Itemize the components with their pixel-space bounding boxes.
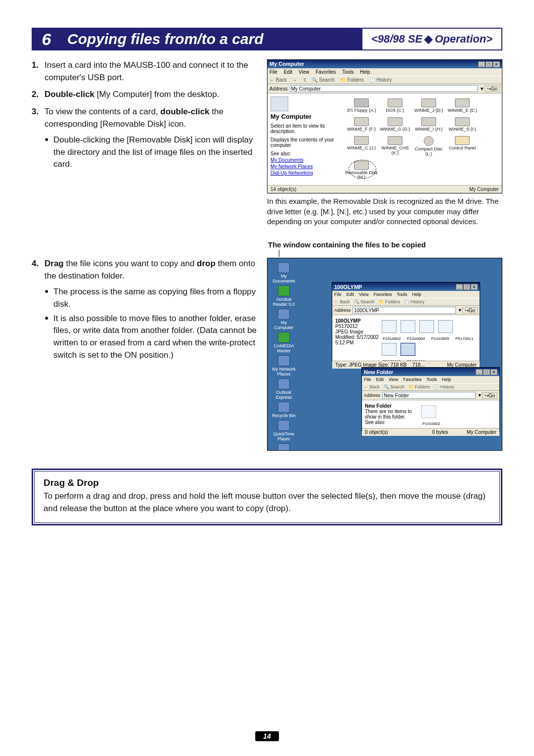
sw2-titlebar[interactable]: New Folder _□×	[362, 368, 499, 376]
file-thumb[interactable]	[400, 320, 415, 333]
go-button[interactable]: ↪Go	[462, 307, 478, 314]
dropdown-icon[interactable]: ▼	[478, 393, 482, 398]
file-thumb[interactable]	[438, 320, 453, 333]
window-toolbar: ← Back → ⇧ 🔍 Search 📁 Folders 🕘 History	[267, 76, 502, 84]
desk-icon[interactable]: Acrobat Reader 5.0	[271, 285, 296, 307]
sw2-drop-area[interactable]: P1010002	[419, 403, 496, 425]
step-4-col: 4. Drag the file icons you want to copy …	[32, 258, 267, 363]
sidebar-desc-2: Displays the contents of your computer	[270, 137, 345, 148]
destination-folder-window[interactable]: New Folder _□× FileEditViewFavoritesTool…	[361, 367, 500, 431]
minimize-button[interactable]: _	[456, 284, 463, 290]
close-button[interactable]: ×	[493, 61, 500, 67]
step-3a: To view the contents of a card,	[44, 107, 160, 116]
menu-edit[interactable]: Edit	[284, 69, 292, 75]
bullet-dot-icon: ●	[44, 134, 53, 171]
sw2-address-input[interactable]	[382, 392, 476, 399]
sw1-menubar: FileEditViewFavoritesToolsHelp	[332, 291, 480, 298]
close-button[interactable]: ×	[471, 284, 478, 290]
drive-c[interactable]: DOS (C:)	[378, 98, 412, 113]
control-panel[interactable]: Control Panel	[445, 136, 479, 157]
caption-window-files: The window containing the files to be co…	[268, 240, 502, 249]
drive-k[interactable]: WINME_CHS (K:)	[378, 136, 412, 157]
toolbar-up[interactable]: ⇧	[303, 77, 307, 83]
address-dropdown-icon[interactable]: ▼	[480, 86, 485, 92]
drive-f[interactable]: WINME_F (F:)	[345, 117, 378, 132]
drive-cd-l[interactable]: Compact Disc (L:)	[412, 136, 445, 157]
toolbar-back[interactable]: ← Back	[269, 77, 287, 83]
menu-tools[interactable]: Tools	[342, 69, 354, 75]
sw1-address: Address ▼ ↪Go	[332, 306, 480, 315]
desk-icon[interactable]: My Network Places	[271, 355, 296, 377]
drive-h[interactable]: WINME_I (H:)	[412, 117, 445, 132]
step-1: 1. Insert a card into the MAUSB-100 and …	[32, 59, 259, 84]
close-button[interactable]: ×	[490, 369, 497, 375]
mycomputer-window: My Computer _□× File Edit View Favorites…	[267, 59, 502, 193]
sidebar-heading: My Computer	[270, 113, 345, 120]
minimize-button[interactable]: _	[476, 369, 483, 375]
status-location: My Computer	[385, 187, 499, 192]
link-mynetworkplaces[interactable]: My Network Places	[270, 164, 345, 169]
step-3-bullet: ● Double-clicking the [Removable Disk] i…	[44, 134, 259, 171]
sw2-toolbar: ← Back🔍 Search📁 Folders🕘 History	[362, 383, 499, 391]
step-3: 3. To view the contents of a card, doubl…	[32, 106, 259, 130]
drive-d[interactable]: WINME_J (D:)	[412, 98, 445, 113]
source-folder-window[interactable]: 100OLYMP _□× FileEditViewFavoritesToolsH…	[332, 282, 480, 361]
maximize-button[interactable]: □	[463, 284, 470, 290]
drive-i[interactable]: WINME_S (I:)	[445, 117, 479, 132]
desk-icon[interactable]: My Documents	[271, 262, 296, 284]
address-input[interactable]	[290, 85, 478, 92]
step-4: 4. Drag the file icons you want to copy …	[32, 258, 259, 282]
minimize-button[interactable]: _	[478, 61, 485, 67]
drive-j[interactable]: WINME_C (J:)	[345, 136, 378, 157]
link-dialup[interactable]: Dial-Up Networking	[270, 170, 345, 176]
desk-icon[interactable]: Recycle Bin	[271, 402, 296, 418]
window-titlebar[interactable]: My Computer _□×	[267, 60, 502, 68]
address-bar: Address ▼ ↪Go	[267, 84, 502, 94]
window-body: My Computer Select an item to view its d…	[267, 94, 502, 185]
drive-e[interactable]: WINME_E (E:)	[445, 98, 479, 113]
step-4-num: 4.	[32, 258, 44, 282]
menu-view[interactable]: View	[299, 69, 310, 75]
menu-help[interactable]: Help	[360, 69, 370, 75]
file-thumb[interactable]	[382, 320, 397, 333]
sw2-address: Address ▼ ↪Go	[362, 391, 499, 400]
sw2-sidebar: New Folder There are no items to show in…	[365, 403, 419, 425]
toolbar-history[interactable]: 🕘 History	[369, 77, 392, 83]
toolbar-forward[interactable]: →	[292, 77, 297, 83]
sw1-titlebar[interactable]: 100OLYMP _□×	[332, 283, 480, 291]
dropdown-icon[interactable]: ▼	[458, 308, 462, 313]
desk-icon[interactable]: My Computer	[271, 309, 296, 330]
desk-icon[interactable]: Internet Explorer	[271, 443, 296, 451]
step-1-text: Insert a card into the MAUSB-100 and con…	[44, 59, 259, 84]
file-thumb[interactable]	[419, 320, 434, 333]
toolbar-search[interactable]: 🔍 Search	[312, 77, 334, 83]
desk-icon[interactable]: QuickTime Player	[271, 420, 296, 441]
step-4-bullet-2-text: It is also possible to move files to ano…	[53, 313, 259, 362]
step-2-num: 2.	[32, 89, 44, 101]
sidebar-seealso: See also:	[270, 151, 345, 156]
drive-g[interactable]: WINME_G (G:)	[378, 117, 412, 132]
dragdrop-text: To perform a drag and drop, press and ho…	[44, 490, 490, 515]
section-header: 6 Copying files from/to a card <98/98 SE…	[32, 28, 502, 50]
bullet-dot-icon: ●	[44, 313, 53, 362]
highlight-circle-icon	[349, 160, 376, 179]
file-thumb[interactable]	[382, 343, 397, 356]
sw2-body: New Folder There are no items to show in…	[362, 400, 499, 428]
toolbar-folders[interactable]: 📁 Folders	[340, 77, 364, 83]
go-button[interactable]: ↪Go	[482, 392, 497, 399]
sw2-menubar: FileEditViewFavoritesToolsHelp	[362, 376, 499, 383]
maximize-button[interactable]: □	[486, 61, 492, 67]
file-thumb-selected[interactable]	[400, 343, 415, 356]
link-mydocuments[interactable]: My Documents	[270, 157, 345, 163]
step-2-rest: [My Computer] from the desktop.	[94, 90, 219, 99]
dragdrop-title: Drag & Drop	[44, 477, 490, 488]
menu-file[interactable]: File	[269, 69, 277, 75]
desk-icon[interactable]: Outlook Express	[271, 378, 296, 400]
maximize-button[interactable]: □	[483, 369, 490, 375]
desk-icon[interactable]: CAMEDIA Master	[271, 332, 296, 353]
menu-favorites[interactable]: Favorites	[315, 69, 336, 75]
go-button[interactable]: ↪Go	[485, 86, 500, 92]
drive-floppy-a[interactable]: 3½ Floppy (A:)	[345, 98, 378, 113]
sw1-address-input[interactable]	[353, 307, 456, 314]
drive-removable-m[interactable]: Removable Disk (M:)	[345, 161, 378, 181]
